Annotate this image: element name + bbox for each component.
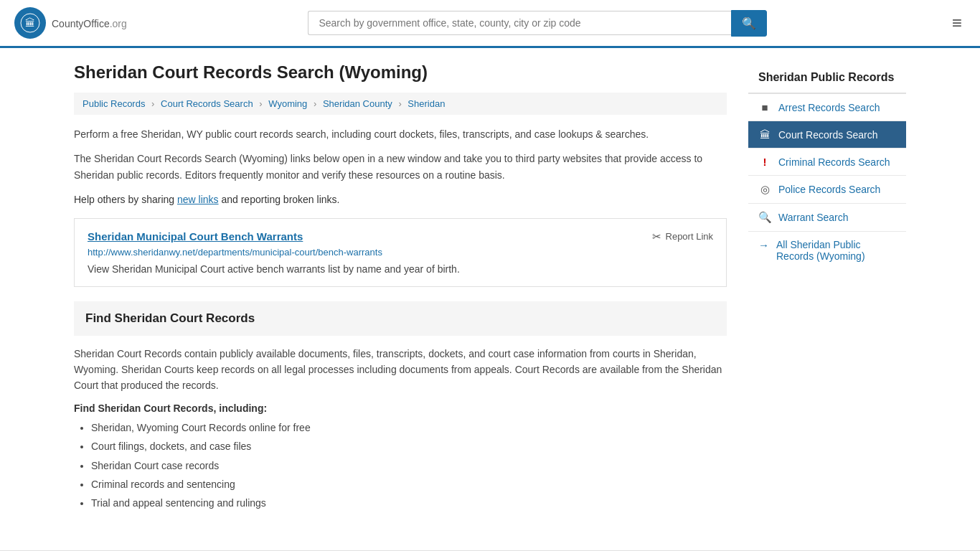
description-1: Perform a free Sheridan, WY public court… xyxy=(74,126,727,142)
breadcrumb-sep-1: › xyxy=(151,98,154,109)
breadcrumb-wyoming[interactable]: Wyoming xyxy=(268,98,307,109)
sidebar-item-criminal-records[interactable]: ! Criminal Records Search xyxy=(748,149,906,176)
report-link-button[interactable]: ✂ Report Link xyxy=(652,230,713,243)
search-button[interactable]: 🔍 xyxy=(731,10,767,37)
main-container: Sheridan Court Records Search (Wyoming) … xyxy=(60,48,920,529)
logo-icon: 🏛 xyxy=(14,7,46,39)
breadcrumb-sheridan[interactable]: Sheridan xyxy=(407,98,445,109)
breadcrumb: Public Records › Court Records Search › … xyxy=(74,93,727,115)
sidebar-item-label: Police Records Search xyxy=(778,184,880,195)
record-entry-description: View Sheridan Municipal Court active ben… xyxy=(88,263,713,275)
content-area: Sheridan Court Records Search (Wyoming) … xyxy=(74,62,727,514)
list-item: Criminal records and sentencing xyxy=(91,476,727,492)
sidebar-title: Sheridan Public Records xyxy=(748,62,906,94)
sidebar: Sheridan Public Records ■ Arrest Records… xyxy=(748,62,906,514)
sidebar-item-label: Court Records Search xyxy=(778,129,878,141)
sidebar-item-label: Warrant Search xyxy=(778,212,849,223)
logo-text: CountyOffice.org xyxy=(52,16,127,31)
arrow-icon: → xyxy=(758,239,769,251)
find-list-label: Find Sheridan Court Records, including: xyxy=(74,402,727,414)
sidebar-item-label: Arrest Records Search xyxy=(778,102,880,113)
record-entry-url[interactable]: http://www.sheridanwy.net/departments/mu… xyxy=(88,247,713,258)
find-list: Sheridan, Wyoming Court Records online f… xyxy=(74,420,727,512)
all-records-label: All Sheridan Public Records (Wyoming) xyxy=(776,239,896,262)
breadcrumb-court-records[interactable]: Court Records Search xyxy=(161,98,253,109)
page-title: Sheridan Court Records Search (Wyoming) xyxy=(74,62,727,83)
circle-icon: ◎ xyxy=(758,183,771,196)
header: 🏛 CountyOffice.org 🔍 ≡ xyxy=(0,0,980,48)
help-text: Help others by sharing new links and rep… xyxy=(74,192,727,207)
search-input[interactable] xyxy=(308,11,731,35)
exclamation-icon: ! xyxy=(758,156,771,168)
record-entry: Sheridan Municipal Court Bench Warrants … xyxy=(74,218,727,287)
square-icon: ■ xyxy=(758,101,771,113)
list-item: Sheridan, Wyoming Court Records online f… xyxy=(91,420,727,435)
sidebar-all-records[interactable]: → All Sheridan Public Records (Wyoming) xyxy=(748,232,906,269)
sidebar-item-court-records[interactable]: 🏛 Court Records Search xyxy=(748,121,906,149)
breadcrumb-sheridan-county[interactable]: Sheridan County xyxy=(323,98,392,109)
breadcrumb-sep-3: › xyxy=(314,98,316,109)
breadcrumb-public-records[interactable]: Public Records xyxy=(83,98,145,109)
breadcrumb-sep-4: › xyxy=(398,98,401,109)
scissors-icon: ✂ xyxy=(652,230,661,243)
list-item: Trial and appeal sentencing and rulings xyxy=(91,495,727,511)
find-section-header: Find Sheridan Court Records xyxy=(74,301,727,336)
menu-icon[interactable]: ≡ xyxy=(948,9,966,37)
description-2: The Sheridan Court Records Search (Wyomi… xyxy=(74,151,727,183)
sidebar-item-police-records[interactable]: ◎ Police Records Search xyxy=(748,176,906,204)
new-links-link[interactable]: new links xyxy=(177,194,219,205)
breadcrumb-sep-2: › xyxy=(259,98,262,109)
list-item: Sheridan Court case records xyxy=(91,458,727,474)
svg-text:🏛: 🏛 xyxy=(25,17,35,29)
search-bar-area: 🔍 xyxy=(308,10,767,37)
list-item: Court filings, dockets, and case files xyxy=(91,438,727,454)
sidebar-item-warrant-search[interactable]: 🔍 Warrant Search xyxy=(748,204,906,232)
sidebar-item-arrest-records[interactable]: ■ Arrest Records Search xyxy=(748,94,906,121)
logo-area: 🏛 CountyOffice.org xyxy=(14,7,127,39)
find-section-desc: Sheridan Court Records contain publicly … xyxy=(74,346,727,394)
sidebar-item-label: Criminal Records Search xyxy=(778,156,890,168)
find-section-title: Find Sheridan Court Records xyxy=(85,311,715,326)
magnify-icon: 🔍 xyxy=(758,211,771,224)
building-icon: 🏛 xyxy=(758,128,771,141)
record-entry-title[interactable]: Sheridan Municipal Court Bench Warrants xyxy=(88,230,713,242)
